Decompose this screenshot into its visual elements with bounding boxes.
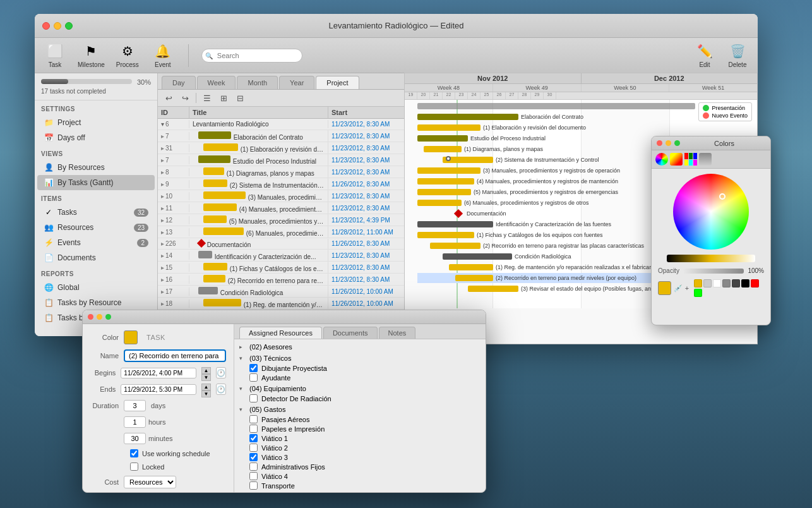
color-pencil-icon[interactable]: [699, 153, 712, 166]
cost-select[interactable]: Resources: [124, 476, 176, 488]
color-wheel-icon[interactable]: [655, 153, 668, 166]
cp-fullscreen[interactable]: [674, 140, 680, 146]
begins-stepper-up[interactable]: ▲: [201, 367, 210, 374]
ends-stepper[interactable]: ▲ ▼: [201, 384, 210, 395]
mini-swatch-1[interactable]: [694, 279, 702, 287]
color-swatches-icon[interactable]: [684, 153, 697, 166]
task-tab-assigned[interactable]: Assigned Resources: [239, 327, 322, 339]
begins-label: Begins: [90, 369, 116, 377]
resource-checkbox[interactable]: [249, 434, 258, 442]
resource-group-header[interactable]: ▸(01) Directores: [237, 492, 483, 492]
tab-year[interactable]: Year: [279, 76, 314, 89]
resource-checkbox[interactable]: [249, 415, 258, 423]
opacity-slider[interactable]: [683, 269, 744, 274]
resource-checkbox[interactable]: [249, 463, 258, 471]
mini-swatch-7[interactable]: [751, 279, 759, 287]
resource-checkbox[interactable]: [249, 364, 258, 372]
resource-checkbox[interactable]: [249, 444, 258, 452]
cp-minimize[interactable]: [666, 140, 671, 146]
process-button[interactable]: ⚙ Process: [115, 42, 140, 68]
resource-group-header[interactable]: ▾(04) Equipamiento: [237, 384, 483, 394]
milestone-button[interactable]: ⚑ Milestone: [78, 42, 105, 68]
undo-button[interactable]: ↩: [162, 92, 176, 104]
use-schedule-checkbox[interactable]: [130, 449, 138, 457]
redo-button[interactable]: ↪: [178, 92, 192, 104]
task-color-swatch[interactable]: [124, 330, 138, 344]
mini-swatch-5[interactable]: [732, 279, 740, 287]
edit-button[interactable]: ✏️ Edit: [692, 42, 717, 68]
task-tab-documents[interactable]: Documents: [323, 327, 378, 339]
resource-group-header[interactable]: ▾(03) Técnicos: [237, 353, 483, 363]
begins-stepper[interactable]: ▲ ▼: [201, 367, 210, 378]
tasks-icon: ✓: [44, 207, 54, 217]
resource-checkbox[interactable]: [249, 472, 258, 480]
duration-minutes-input[interactable]: [124, 433, 146, 444]
td-close[interactable]: [88, 314, 93, 320]
task-tab-notes[interactable]: Notes: [379, 327, 416, 339]
sidebar-item-tasks[interactable]: ✓ Tasks 32: [37, 205, 155, 220]
search-input[interactable]: [201, 49, 302, 63]
sidebar-item-project[interactable]: 📁 Project: [37, 115, 155, 130]
duration-hours-input[interactable]: [124, 416, 146, 428]
sidebar-item-daysoff[interactable]: 📅 Days off: [37, 130, 155, 145]
cell-title: Condición Radiológica: [189, 286, 328, 297]
delete-button[interactable]: 🗑️ Delete: [725, 42, 750, 68]
duration-days-input[interactable]: [124, 400, 146, 411]
list-view-button[interactable]: ☰: [200, 92, 214, 104]
eyedropper-icon[interactable]: 💉: [674, 284, 683, 293]
begins-clock[interactable]: 🕐: [216, 367, 226, 378]
resource-group: ▸(02) Asesores: [237, 342, 483, 352]
color-slider[interactable]: [667, 255, 755, 262]
ends-input[interactable]: [121, 384, 196, 395]
table-view-button[interactable]: ⊞: [217, 92, 230, 104]
ends-stepper-down[interactable]: ▼: [201, 390, 210, 397]
resource-name: Viático 2: [261, 444, 288, 452]
sidebar-item-global[interactable]: 🌐 Global: [37, 280, 155, 295]
color-sliders-icon[interactable]: [670, 153, 683, 166]
current-color-swatch[interactable]: [658, 281, 671, 295]
td-fullscreen[interactable]: [105, 314, 111, 320]
mini-swatch-3[interactable]: [713, 279, 721, 287]
sidebar-item-events[interactable]: ⚡ Events 2: [37, 235, 155, 250]
minimize-button[interactable]: [54, 22, 61, 30]
mini-swatch-6[interactable]: [741, 279, 749, 287]
grid-view-button[interactable]: ⊟: [233, 92, 247, 104]
task-button[interactable]: ⬜ Task: [42, 42, 68, 68]
week-51: Week 51: [669, 84, 757, 92]
ends-stepper-up[interactable]: ▲: [201, 384, 210, 390]
tab-week[interactable]: Week: [197, 76, 236, 89]
cp-close[interactable]: [657, 140, 662, 146]
resource-checkbox[interactable]: [249, 394, 258, 402]
tab-month[interactable]: Month: [237, 76, 278, 89]
week-49: Week 49: [493, 84, 582, 92]
resource-checkbox[interactable]: [249, 425, 258, 433]
sidebar-item-tasks-by-resource[interactable]: 📋 Tasks by Resource: [37, 295, 155, 310]
fullscreen-button[interactable]: [65, 22, 73, 30]
event-button[interactable]: 🔔 Event: [150, 42, 176, 68]
toolbar-separator: [188, 44, 189, 67]
sidebar-item-documents[interactable]: 📄 Documents: [37, 250, 155, 265]
td-minimize[interactable]: [97, 314, 102, 320]
locked-checkbox[interactable]: [130, 463, 138, 471]
ends-clock[interactable]: 🕐: [216, 384, 226, 395]
begins-stepper-down[interactable]: ▼: [201, 374, 210, 381]
resource-group-header[interactable]: ▸(02) Asesores: [237, 342, 483, 352]
begins-input[interactable]: [121, 368, 196, 378]
tab-project[interactable]: Project: [316, 76, 359, 89]
resource-checkbox[interactable]: [249, 481, 258, 490]
close-button[interactable]: [42, 22, 50, 30]
mini-swatch-2[interactable]: [703, 279, 712, 287]
resource-checkbox[interactable]: [249, 373, 258, 382]
resource-group-header[interactable]: ▾(05) Gastos: [237, 404, 483, 414]
mini-swatch-4[interactable]: [722, 279, 731, 287]
tab-day[interactable]: Day: [162, 76, 196, 89]
mini-swatch-8[interactable]: [694, 289, 702, 297]
color-wheel[interactable]: [673, 174, 749, 250]
reports-section-title: REPORTS: [35, 265, 157, 280]
sidebar-item-resources[interactable]: 👥 Resources 23: [37, 220, 155, 235]
resource-checkbox[interactable]: [249, 453, 258, 461]
add-swatch-icon[interactable]: +: [685, 284, 689, 292]
sidebar-item-by-tasks[interactable]: 📊 By Tasks (Gantt): [37, 175, 155, 190]
sidebar-item-by-resources[interactable]: 👤 By Resources: [37, 160, 155, 175]
task-name-input[interactable]: [124, 349, 226, 362]
